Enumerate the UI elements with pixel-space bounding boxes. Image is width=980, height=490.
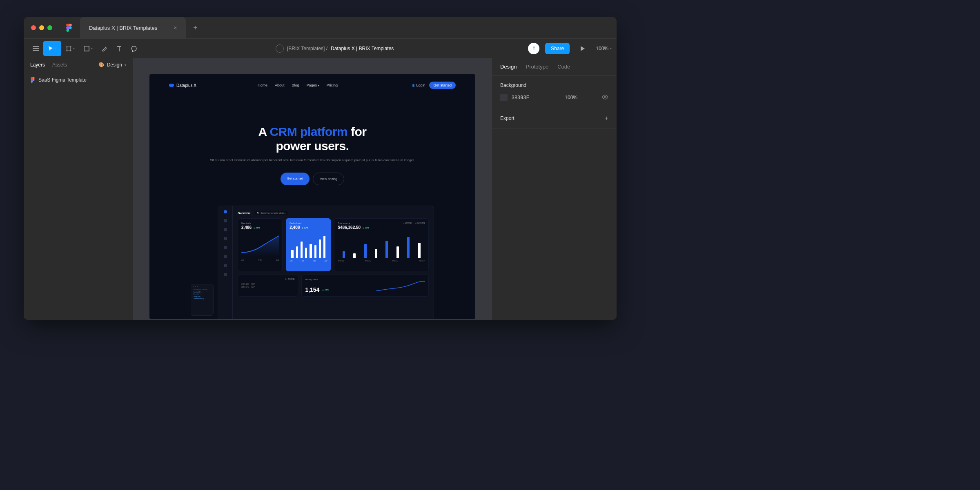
minimize-window-icon[interactable] (39, 25, 44, 30)
present-icon[interactable] (575, 41, 590, 56)
layer-item[interactable]: SaaS Figma Template (24, 75, 133, 85)
hero: A CRM platform forpower users. Sit at ur… (149, 96, 475, 193)
page-selector[interactable]: 🎨 Design ▾ (98, 62, 126, 68)
tab-prototype[interactable]: Prototype (526, 64, 548, 70)
breadcrumb-prefix: [BRIX Templates] / (287, 46, 327, 51)
visibility-toggle-icon[interactable] (602, 95, 608, 101)
text-tool[interactable] (112, 41, 127, 56)
export-label: Export (500, 115, 514, 121)
gear-icon (224, 273, 227, 276)
menu-icon[interactable] (29, 41, 43, 56)
hero-buttons: Get started View pricing (190, 173, 434, 185)
user-icon (224, 228, 227, 231)
canvas[interactable]: Dataplus X Home About Blog Pages ▾ Prici… (133, 58, 492, 320)
login-link: 👤 Login (412, 83, 425, 87)
background-color-row[interactable]: 38393F 100% (500, 94, 608, 101)
leads-line-chart (241, 233, 279, 257)
shape-tool[interactable] (79, 41, 97, 56)
share-button[interactable]: Share (545, 43, 570, 54)
palette-icon: 🎨 (98, 62, 105, 68)
traffic-lights (31, 25, 52, 30)
mail-icon (224, 255, 227, 258)
deals-bar-chart (290, 235, 327, 258)
site-actions: 👤 Login Get started (412, 82, 456, 89)
add-tab-icon[interactable]: + (193, 24, 198, 32)
card-phone: 📞 PHONE (414) 257 - 4067(587) 141 - 9177 (238, 275, 298, 297)
cta-button: Get started (429, 82, 456, 89)
figma-logo-icon (66, 24, 72, 32)
titlebar: Dataplus X | BRIX Templates × + (24, 17, 617, 38)
layers-tab[interactable]: Layers (30, 62, 45, 68)
dashboard-search: 🔍Search for contacts, deals... (254, 211, 288, 215)
grid-icon (224, 219, 227, 222)
layers-panel: Layers Assets 🎨 Design ▾ SaaS Figma Temp… (24, 58, 133, 320)
site-nav: Dataplus X Home About Blog Pages ▾ Prici… (149, 74, 475, 96)
document-tab[interactable]: Dataplus X | BRIX Templates × (80, 17, 186, 38)
color-swatch[interactable] (500, 94, 508, 101)
dashboard-row2: 📞 PHONE (414) 257 - 4067(587) 141 - 9177… (238, 275, 429, 297)
tab-design[interactable]: Design (500, 64, 517, 70)
dashboard-grid: New leads 2,486▲ 25% JanFebMar Deals (238, 218, 429, 271)
nav-home: Home (258, 83, 267, 87)
toolbar: [BRIX Templates] / Dataplus X | BRIX Tem… (24, 38, 617, 58)
tab-title: Dataplus X | BRIX Templates (89, 25, 157, 31)
search-icon: 🔍 (257, 212, 259, 214)
comment-tool[interactable] (127, 41, 141, 56)
svg-point-1 (604, 96, 606, 98)
site-menu: Home About Blog Pages ▾ Pricing (258, 83, 338, 87)
card-revenue: Total revenue $486,362.50▲ 13% EarningsS… (334, 218, 429, 271)
cloud-icon (169, 84, 174, 87)
bg-opacity-value[interactable]: 100% (565, 95, 577, 100)
send-icon (224, 264, 227, 267)
revenue-bar-chart (338, 235, 425, 258)
maximize-window-icon[interactable] (47, 25, 52, 30)
card-new-leads: New leads 2,486▲ 25% JanFebMar (238, 218, 283, 271)
artboard[interactable]: Dataplus X Home About Blog Pages ▾ Prici… (149, 74, 475, 319)
hero-primary-button: Get started (281, 173, 310, 185)
hero-secondary-button: View pricing (313, 173, 344, 185)
nav-blog: Blog (292, 83, 299, 87)
nav-about: About (275, 83, 285, 87)
figma-app: Dataplus X | BRIX Templates × + [BRIX Te… (24, 17, 617, 320)
dashboard-main: Overview 🔍Search for contacts, deals... … (233, 206, 434, 319)
funnel-icon (224, 246, 227, 249)
inspector-tabs: Design Prototype Code (492, 58, 617, 76)
nav-pricing: Pricing (327, 83, 338, 87)
export-section: Export + (492, 108, 617, 129)
background-section: Background 38393F 100% (492, 76, 617, 108)
code-card: 1 dtpl.forms.create({ 2 portalId: '', 3 … (191, 284, 214, 316)
breadcrumb-title: Dataplus X | BRIX Templates (331, 46, 394, 51)
hero-subtitle: Sit at urna amet elementum ullamcorper h… (190, 158, 434, 163)
owner-avatar-icon (276, 44, 284, 53)
chevron-down-icon: ▾ (125, 63, 126, 67)
hero-title: A CRM platform forpower users. (190, 125, 434, 153)
add-export-icon[interactable]: + (605, 115, 608, 122)
card-monthly-deals: Monthly deals 1,154▲ 24% (301, 275, 429, 297)
dashboard-preview: 1 dtpl.forms.create({ 2 portalId: '', 3 … (149, 206, 475, 319)
frame-tool[interactable] (61, 41, 79, 56)
inspector-panel: Design Prototype Code Background 38393F … (492, 58, 617, 320)
dashboard: Overview 🔍Search for contacts, deals... … (218, 206, 434, 319)
nav-pages: Pages ▾ (306, 83, 319, 87)
zoom-control[interactable]: 100%▾ (596, 46, 612, 51)
chart-icon (224, 237, 227, 240)
logo-icon (224, 210, 227, 213)
close-window-icon[interactable] (31, 25, 36, 30)
assets-tab[interactable]: Assets (52, 62, 67, 68)
dashboard-sidebar (218, 206, 233, 319)
site-logo: Dataplus X (169, 83, 196, 88)
user-avatar[interactable]: ⠿ (528, 43, 539, 54)
toolbar-right: ⠿ Share 100%▾ (528, 41, 612, 56)
dashboard-header: Overview 🔍Search for contacts, deals... (238, 211, 429, 215)
main: Layers Assets 🎨 Design ▾ SaaS Figma Temp… (24, 58, 617, 320)
chevron-down-icon: ▾ (318, 84, 319, 87)
tab-code[interactable]: Code (557, 64, 570, 70)
figma-file-icon (30, 77, 35, 83)
svg-rect-0 (84, 46, 89, 51)
close-tab-icon[interactable]: × (174, 24, 177, 31)
breadcrumb[interactable]: [BRIX Templates] / Dataplus X | BRIX Tem… (141, 44, 528, 53)
bg-hex-value[interactable]: 38393F (512, 95, 530, 100)
move-tool[interactable] (43, 41, 61, 56)
pen-tool[interactable] (97, 41, 112, 56)
panel-tabs: Layers Assets 🎨 Design ▾ (24, 58, 133, 72)
